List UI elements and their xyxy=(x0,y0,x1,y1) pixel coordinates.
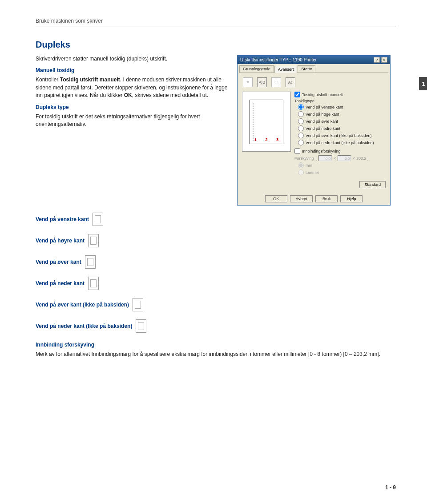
group-label: Tosidigtype xyxy=(294,99,386,103)
type-heading: Dupleks type xyxy=(36,104,229,110)
flip-bottom-noback-icon xyxy=(136,319,146,333)
toolbar-icon-2[interactable]: A|B xyxy=(257,77,267,87)
chk-manual-duplex[interactable]: Tosidig utskrift manuelt xyxy=(294,92,386,97)
btn-avbryt[interactable]: Avbryt xyxy=(290,195,313,202)
radio-vend-ovre-ikke[interactable]: Vend på øvre kant (ikke på baksiden) xyxy=(298,133,386,138)
radio-tommer: tommer xyxy=(298,169,386,175)
flip-top-icon xyxy=(85,255,96,269)
manual-text: Kontroller Tosidig utskrift manuelt. I d… xyxy=(36,76,229,99)
page-number: 1 - 9 xyxy=(385,484,396,491)
binding-heading: Innbinding sforskyving xyxy=(36,342,396,348)
page-header: Bruke maskinen som skriver xyxy=(36,18,396,24)
chapter-tab: 1 xyxy=(419,77,427,90)
dialog-title-text: Utskriftsinnstillinger TYPE 1190 Printer xyxy=(240,57,317,62)
tab-grunnleggende[interactable]: Grunnleggende xyxy=(239,65,274,73)
flip-bottom-icon xyxy=(88,277,99,290)
tab-avansert[interactable]: Avansert xyxy=(274,66,297,73)
vend-option-2: Vend på høyre kant xyxy=(36,234,396,247)
toolbar-icon-3[interactable]: ⬚ xyxy=(271,77,281,87)
dialog-titlebar: Utskriftsinnstillinger TYPE 1190 Printer… xyxy=(238,56,390,64)
manual-heading: Manuell tosidig xyxy=(36,67,229,73)
flip-right-icon xyxy=(88,234,99,247)
dialog-button-row: OK Avbryt Bruk Hjelp xyxy=(238,193,390,205)
dialog-preview: 1 2 3 xyxy=(242,92,291,152)
radio-vend-hogre[interactable]: Vend på høge kant xyxy=(298,111,386,117)
dialog-window: Utskriftsinnstillinger TYPE 1190 Printer… xyxy=(237,55,391,206)
radio-vend-nedre[interactable]: Vend på nedre kant xyxy=(298,125,386,131)
flip-left-icon xyxy=(93,213,103,226)
close-icon[interactable]: × xyxy=(381,57,387,63)
binding-text: Merk av for alternativet Innbindingsmarg… xyxy=(36,351,396,358)
binding-offset-row: Forskyving [ 0,0 < 0,0 < 203,2 ] xyxy=(294,155,386,161)
vend-option-5: Vend på øver kant (Ikke på baksiden) xyxy=(36,298,396,311)
btn-standard[interactable]: Standard xyxy=(359,181,386,188)
vend-option-1: Vend på venstre kant xyxy=(36,213,396,226)
intro-text: Skriverdriveren støtter manuell tosidig … xyxy=(36,55,229,63)
dialog-tabs: Grunnleggende Avansert Støtte xyxy=(238,64,390,73)
radio-vend-venstre[interactable]: Vend på venstre kant xyxy=(298,104,386,110)
btn-hjelp[interactable]: Hjelp xyxy=(340,195,363,202)
header-rule xyxy=(36,27,396,27)
tab-stotte[interactable]: Støtte xyxy=(298,65,315,73)
radio-vend-ovre[interactable]: Vend på øvre kant xyxy=(298,118,386,124)
vend-option-6: Vend på neder kant (Ikke på baksiden) xyxy=(36,319,396,333)
vend-option-4: Vend på neder kant xyxy=(36,277,396,290)
flip-top-noback-icon xyxy=(133,298,143,311)
dialog-toolbar: ≡ A|B ⬚ A↕ xyxy=(242,76,386,92)
btn-bruk[interactable]: Bruk xyxy=(315,195,338,202)
help-icon[interactable]: ? xyxy=(374,57,380,63)
chk-binding-offset[interactable]: Innbindingsforskyving xyxy=(294,148,386,154)
toolbar-icon-1[interactable]: ≡ xyxy=(243,77,253,87)
toolbar-icon-4[interactable]: A↕ xyxy=(286,77,295,87)
radio-mm: mm xyxy=(298,162,386,168)
type-text: For tosidig utskrift er det seks retning… xyxy=(36,113,229,129)
main-heading: Dupleks xyxy=(36,40,396,50)
vend-option-3: Vend på øver kant xyxy=(36,255,396,269)
radio-vend-nedre-ikke[interactable]: Vend på nedre kant (ikke på baksiden) xyxy=(298,140,386,145)
btn-ok[interactable]: OK xyxy=(265,195,287,202)
